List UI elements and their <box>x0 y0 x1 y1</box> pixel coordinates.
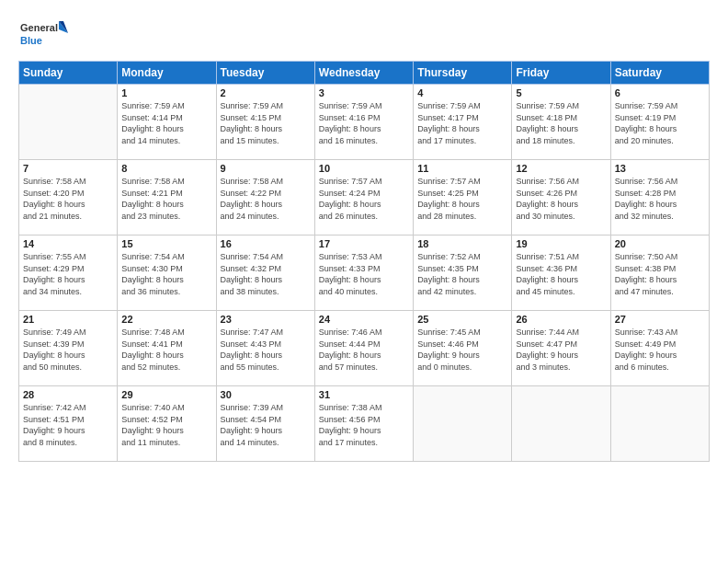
calendar-cell <box>19 85 118 160</box>
day-number: 20 <box>615 238 705 249</box>
day-info: Sunrise: 7:59 AM Sunset: 4:14 PM Dayligh… <box>121 100 211 146</box>
calendar-cell: 23Sunrise: 7:47 AM Sunset: 4:43 PM Dayli… <box>216 311 314 386</box>
day-info: Sunrise: 7:57 AM Sunset: 4:25 PM Dayligh… <box>417 176 507 222</box>
calendar-cell: 12Sunrise: 7:56 AM Sunset: 4:26 PM Dayli… <box>512 160 610 236</box>
logo: General Blue <box>18 17 69 53</box>
day-info: Sunrise: 7:49 AM Sunset: 4:39 PM Dayligh… <box>23 327 113 373</box>
day-info: Sunrise: 7:59 AM Sunset: 4:17 PM Dayligh… <box>417 100 507 146</box>
calendar-week-row: 7Sunrise: 7:58 AM Sunset: 4:20 PM Daylig… <box>19 160 710 236</box>
day-info: Sunrise: 7:53 AM Sunset: 4:33 PM Dayligh… <box>319 251 409 297</box>
calendar-cell: 9Sunrise: 7:58 AM Sunset: 4:22 PM Daylig… <box>216 160 314 236</box>
calendar-header-day: Wednesday <box>314 62 413 85</box>
calendar-cell: 16Sunrise: 7:54 AM Sunset: 4:32 PM Dayli… <box>216 236 314 311</box>
day-number: 30 <box>221 389 311 400</box>
day-info: Sunrise: 7:42 AM Sunset: 4:51 PM Dayligh… <box>23 402 113 448</box>
day-info: Sunrise: 7:38 AM Sunset: 4:56 PM Dayligh… <box>319 402 409 448</box>
day-info: Sunrise: 7:43 AM Sunset: 4:49 PM Dayligh… <box>615 327 705 373</box>
day-number: 7 <box>23 163 113 174</box>
day-number: 9 <box>221 163 311 174</box>
day-info: Sunrise: 7:39 AM Sunset: 4:54 PM Dayligh… <box>221 402 311 448</box>
calendar-cell: 19Sunrise: 7:51 AM Sunset: 4:36 PM Dayli… <box>512 236 610 311</box>
day-number: 23 <box>221 314 311 325</box>
calendar-table: SundayMondayTuesdayWednesdayThursdayFrid… <box>18 61 710 462</box>
calendar-cell: 11Sunrise: 7:57 AM Sunset: 4:25 PM Dayli… <box>414 160 512 236</box>
day-info: Sunrise: 7:58 AM Sunset: 4:20 PM Dayligh… <box>23 176 113 222</box>
day-number: 17 <box>319 238 409 249</box>
calendar-week-row: 14Sunrise: 7:55 AM Sunset: 4:29 PM Dayli… <box>19 236 710 311</box>
calendar-cell: 15Sunrise: 7:54 AM Sunset: 4:30 PM Dayli… <box>118 236 216 311</box>
day-info: Sunrise: 7:48 AM Sunset: 4:41 PM Dayligh… <box>121 327 211 373</box>
calendar-cell: 20Sunrise: 7:50 AM Sunset: 4:38 PM Dayli… <box>610 236 709 311</box>
calendar-header-day: Friday <box>512 62 610 85</box>
calendar-cell: 31Sunrise: 7:38 AM Sunset: 4:56 PM Dayli… <box>314 386 413 462</box>
day-info: Sunrise: 7:57 AM Sunset: 4:24 PM Dayligh… <box>319 176 409 222</box>
calendar-cell: 7Sunrise: 7:58 AM Sunset: 4:20 PM Daylig… <box>19 160 118 236</box>
page-header: General Blue <box>18 17 710 53</box>
calendar-header-day: Monday <box>118 62 216 85</box>
day-info: Sunrise: 7:59 AM Sunset: 4:15 PM Dayligh… <box>221 100 311 146</box>
calendar-cell: 3Sunrise: 7:59 AM Sunset: 4:16 PM Daylig… <box>314 85 413 160</box>
calendar-header-row: SundayMondayTuesdayWednesdayThursdayFrid… <box>19 62 710 85</box>
day-info: Sunrise: 7:55 AM Sunset: 4:29 PM Dayligh… <box>23 251 113 297</box>
day-number: 13 <box>615 163 705 174</box>
calendar-cell <box>414 386 512 462</box>
calendar-header-day: Tuesday <box>216 62 314 85</box>
day-number: 22 <box>121 314 211 325</box>
day-info: Sunrise: 7:47 AM Sunset: 4:43 PM Dayligh… <box>221 327 311 373</box>
day-number: 21 <box>23 314 113 325</box>
calendar-cell: 22Sunrise: 7:48 AM Sunset: 4:41 PM Dayli… <box>118 311 216 386</box>
day-info: Sunrise: 7:54 AM Sunset: 4:32 PM Dayligh… <box>221 251 311 297</box>
calendar-week-row: 1Sunrise: 7:59 AM Sunset: 4:14 PM Daylig… <box>19 85 710 160</box>
calendar-cell: 26Sunrise: 7:44 AM Sunset: 4:47 PM Dayli… <box>512 311 610 386</box>
day-info: Sunrise: 7:45 AM Sunset: 4:46 PM Dayligh… <box>417 327 507 373</box>
calendar-cell: 8Sunrise: 7:58 AM Sunset: 4:21 PM Daylig… <box>118 160 216 236</box>
calendar-cell: 5Sunrise: 7:59 AM Sunset: 4:18 PM Daylig… <box>512 85 610 160</box>
day-number: 15 <box>121 238 211 249</box>
svg-text:General: General <box>20 22 58 33</box>
calendar-cell: 1Sunrise: 7:59 AM Sunset: 4:14 PM Daylig… <box>118 85 216 160</box>
day-number: 29 <box>121 389 211 400</box>
day-info: Sunrise: 7:46 AM Sunset: 4:44 PM Dayligh… <box>319 327 409 373</box>
day-number: 31 <box>319 389 409 400</box>
day-info: Sunrise: 7:54 AM Sunset: 4:30 PM Dayligh… <box>121 251 211 297</box>
day-number: 19 <box>516 238 606 249</box>
day-number: 2 <box>221 87 311 98</box>
calendar-cell: 13Sunrise: 7:56 AM Sunset: 4:28 PM Dayli… <box>610 160 709 236</box>
calendar-cell: 29Sunrise: 7:40 AM Sunset: 4:52 PM Dayli… <box>118 386 216 462</box>
day-info: Sunrise: 7:40 AM Sunset: 4:52 PM Dayligh… <box>121 402 211 448</box>
calendar-header-day: Sunday <box>19 62 118 85</box>
day-number: 18 <box>417 238 507 249</box>
day-number: 27 <box>615 314 705 325</box>
calendar-cell: 4Sunrise: 7:59 AM Sunset: 4:17 PM Daylig… <box>414 85 512 160</box>
day-info: Sunrise: 7:50 AM Sunset: 4:38 PM Dayligh… <box>615 251 705 297</box>
calendar-header-day: Thursday <box>414 62 512 85</box>
day-number: 1 <box>121 87 211 98</box>
day-number: 28 <box>23 389 113 400</box>
day-number: 11 <box>417 163 507 174</box>
calendar-cell: 10Sunrise: 7:57 AM Sunset: 4:24 PM Dayli… <box>314 160 413 236</box>
day-info: Sunrise: 7:56 AM Sunset: 4:28 PM Dayligh… <box>615 176 705 222</box>
calendar-cell: 28Sunrise: 7:42 AM Sunset: 4:51 PM Dayli… <box>19 386 118 462</box>
calendar-week-row: 28Sunrise: 7:42 AM Sunset: 4:51 PM Dayli… <box>19 386 710 462</box>
calendar-cell: 24Sunrise: 7:46 AM Sunset: 4:44 PM Dayli… <box>314 311 413 386</box>
day-number: 3 <box>319 87 409 98</box>
day-info: Sunrise: 7:44 AM Sunset: 4:47 PM Dayligh… <box>516 327 606 373</box>
calendar-cell: 27Sunrise: 7:43 AM Sunset: 4:49 PM Dayli… <box>610 311 709 386</box>
calendar-cell: 6Sunrise: 7:59 AM Sunset: 4:19 PM Daylig… <box>610 85 709 160</box>
calendar-cell: 18Sunrise: 7:52 AM Sunset: 4:35 PM Dayli… <box>414 236 512 311</box>
svg-text:Blue: Blue <box>20 35 42 46</box>
day-info: Sunrise: 7:59 AM Sunset: 4:18 PM Dayligh… <box>516 100 606 146</box>
day-number: 26 <box>516 314 606 325</box>
day-number: 8 <box>121 163 211 174</box>
day-number: 24 <box>319 314 409 325</box>
calendar-cell: 2Sunrise: 7:59 AM Sunset: 4:15 PM Daylig… <box>216 85 314 160</box>
day-number: 4 <box>417 87 507 98</box>
day-number: 14 <box>23 238 113 249</box>
day-info: Sunrise: 7:58 AM Sunset: 4:22 PM Dayligh… <box>221 176 311 222</box>
calendar-cell <box>512 386 610 462</box>
calendar-cell: 25Sunrise: 7:45 AM Sunset: 4:46 PM Dayli… <box>414 311 512 386</box>
logo-svg: General Blue <box>18 17 69 53</box>
calendar-cell <box>610 386 709 462</box>
day-info: Sunrise: 7:58 AM Sunset: 4:21 PM Dayligh… <box>121 176 211 222</box>
day-number: 16 <box>221 238 311 249</box>
